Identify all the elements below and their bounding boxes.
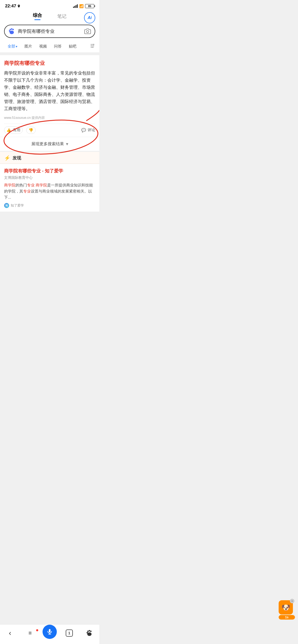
expand-button[interactable]: 展现更多搜索结果 ▾ [0, 137, 99, 152]
header-nav: 综合 笔记 Ai [0, 10, 99, 23]
lightning-icon: ⚡ [4, 155, 10, 161]
ai-button[interactable]: Ai [84, 12, 95, 23]
svg-point-0 [10, 29, 11, 30]
action-bar: 👍 有用 👎 💬 评论 [4, 124, 95, 137]
search-query: 商学院有哪些专业 [18, 28, 82, 34]
svg-point-4 [10, 31, 14, 34]
signal-icon [73, 4, 78, 8]
svg-point-11 [92, 47, 93, 48]
thumbs-up-icon: 👍 [6, 128, 11, 133]
result-subtitle-2: 文博国际教育中心 [4, 175, 95, 180]
site-name-2: 知了爱学 [11, 203, 24, 208]
result-card-1: 商学院有哪些专业 商学院开设的专业非常丰富，常见的专业包括但不限于以下几个方向：… [0, 55, 99, 137]
wifi-icon: 📶 [79, 4, 84, 8]
filter-all[interactable]: 全部 ▾ [4, 43, 21, 50]
battery-icon: 85 [85, 4, 94, 8]
site-icon-2: 知 [4, 203, 9, 208]
useful-label: 有用 [13, 128, 20, 133]
bottom-spacer [0, 212, 99, 237]
chevron-down-icon: ▾ [66, 141, 68, 147]
filter-video[interactable]: 视频 [36, 43, 50, 50]
snippet-highlight-2: 专业 商学院 [27, 183, 47, 187]
svg-point-1 [11, 28, 12, 30]
search-bar[interactable]: 商学院有哪些专业 [4, 25, 95, 38]
svg-point-10 [93, 45, 94, 46]
svg-point-2 [12, 29, 14, 30]
result-title-2[interactable]: 商学院有哪些专业 - 知了爱学 [4, 168, 95, 174]
filter-qa[interactable]: 问答 [50, 43, 65, 50]
search-bar-wrapper: 商学院有哪些专业 [0, 23, 99, 41]
result-card-2: 商学院有哪些专业 - 知了爱学 文博国际教育中心 商学院的热门专业 商学院是一所… [0, 164, 99, 212]
tab-笔记[interactable]: 笔记 [50, 13, 74, 19]
thumbs-down-icon: 👎 [29, 128, 33, 133]
status-bar: 22:47 📶 85 [0, 0, 99, 10]
status-time: 22:47 [5, 4, 21, 9]
svg-point-9 [93, 44, 94, 45]
comment-icon: 💬 [81, 128, 86, 133]
comment-label: 评论 [88, 128, 95, 133]
result-source-1: www.51souxue.cn 提供内容 [4, 115, 95, 120]
tab-综合[interactable]: 综合 [25, 12, 50, 20]
camera-button[interactable] [84, 28, 91, 35]
time-display: 22:47 [5, 4, 16, 9]
status-icons: 📶 85 [73, 4, 94, 8]
comment-button[interactable]: 💬 评论 [81, 128, 95, 133]
snippet-highlight-3: 专业 [23, 189, 31, 193]
snippet-highlight-1: 商学院 [4, 183, 16, 187]
result-title-1: 商学院有哪些专业 [4, 60, 95, 67]
filter-tabs: 全部 ▾ 图片 视频 问答 贴吧 [0, 41, 99, 53]
discovery-label: 发现 [12, 155, 21, 161]
filter-all-label: 全部 [8, 44, 15, 49]
svg-point-5 [87, 31, 89, 33]
baidu-paw-icon [8, 28, 15, 35]
result-snippet-2: 商学院的热门专业 商学院是一所提供商业知识和技能的学院，其专业设置与商业领域的发… [4, 182, 95, 200]
filter-settings-icon[interactable] [87, 43, 95, 50]
filter-tieba[interactable]: 贴吧 [65, 43, 80, 50]
discovery-section: ⚡ 发现 [0, 152, 99, 164]
snippet-text-1: 的热门 [16, 183, 27, 187]
useful-button[interactable]: 👍 有用 [4, 126, 23, 134]
filter-images[interactable]: 图片 [21, 43, 36, 50]
battery-level: 85 [88, 5, 91, 8]
thumbs-down-button[interactable]: 👎 [26, 127, 36, 134]
result-body-1: 商学院开设的专业非常丰富，常见的专业包括但不限于以下几个方向：会计学、金融学、投… [4, 70, 95, 112]
expand-label: 展现更多搜索结果 [31, 141, 64, 147]
location-icon [17, 4, 21, 8]
main-content: 商学院有哪些专业 商学院开设的专业非常丰富，常见的专业包括但不限于以下几个方向：… [0, 55, 99, 212]
result-site-2: 知 知了爱学 [4, 203, 95, 208]
